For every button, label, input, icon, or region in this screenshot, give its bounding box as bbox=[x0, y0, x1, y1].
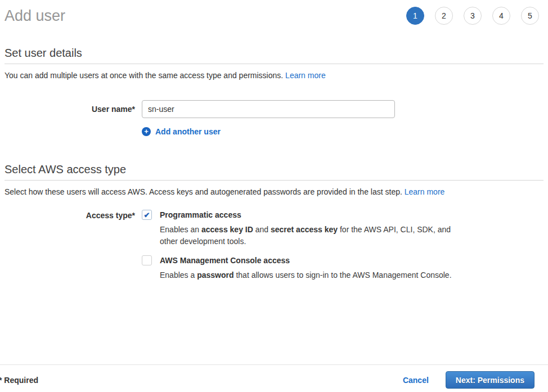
check-icon: ✔ bbox=[144, 211, 150, 219]
add-another-user-row: + Add another user bbox=[5, 127, 543, 136]
access-type-heading: Select AWS access type bbox=[5, 163, 543, 180]
add-another-user-label: Add another user bbox=[155, 127, 221, 136]
cancel-button[interactable]: Cancel bbox=[403, 376, 429, 385]
user-details-heading: Set user details bbox=[5, 46, 543, 64]
access-type-intro: Select how these users will access AWS. … bbox=[5, 187, 543, 196]
programmatic-access-checkbox[interactable]: ✔ bbox=[142, 210, 152, 220]
user-name-input[interactable] bbox=[142, 100, 395, 118]
desc-text: Enables an bbox=[160, 225, 201, 234]
console-access-description: Enables a password that allows users to … bbox=[160, 269, 452, 281]
step-4: 4 bbox=[492, 7, 510, 25]
option-content: Programmatic access Enables an access ke… bbox=[160, 210, 453, 247]
page-title: Add user bbox=[5, 6, 65, 26]
programmatic-access-title: Programmatic access bbox=[160, 210, 453, 220]
section-user-details: Set user details You can add multiple us… bbox=[0, 46, 548, 136]
section-divider bbox=[5, 64, 543, 64]
desc-text: and bbox=[253, 225, 271, 234]
option-content: AWS Management Console access Enables a … bbox=[160, 255, 452, 281]
desc-text: that allows users to sign-in to the AWS … bbox=[234, 271, 452, 280]
user-name-label: User name* bbox=[5, 105, 135, 114]
step-1: 1 bbox=[406, 7, 424, 25]
programmatic-access-description: Enables an access key ID and secret acce… bbox=[160, 224, 453, 247]
user-details-intro: You can add multiple users at once with … bbox=[5, 71, 543, 80]
add-another-user-link[interactable]: + Add another user bbox=[142, 127, 221, 136]
access-type-label: Access type* bbox=[5, 210, 135, 289]
option-console-access: AWS Management Console access Enables a … bbox=[142, 255, 543, 281]
console-access-checkbox[interactable] bbox=[142, 255, 152, 265]
add-user-page: Add user 1 2 3 4 5 Set user details You … bbox=[0, 0, 548, 392]
step-2: 2 bbox=[435, 7, 453, 25]
step-3: 3 bbox=[464, 7, 482, 25]
step-5: 5 bbox=[521, 7, 539, 25]
section-divider bbox=[5, 180, 543, 181]
user-name-row: User name* bbox=[5, 100, 543, 118]
console-access-title: AWS Management Console access bbox=[160, 255, 452, 266]
option-programmatic-access: ✔ Programmatic access Enables an access … bbox=[142, 210, 543, 247]
next-permissions-button[interactable]: Next: Permissions bbox=[446, 371, 534, 389]
access-type-learn-more-link[interactable]: Learn more bbox=[405, 187, 445, 196]
access-type-intro-text: Select how these users will access AWS. … bbox=[5, 187, 402, 196]
required-note: * Required bbox=[0, 376, 38, 385]
desc-bold: access key ID bbox=[201, 225, 253, 234]
section-access-type: Select AWS access type Select how these … bbox=[0, 163, 548, 289]
access-type-options: ✔ Programmatic access Enables an access … bbox=[142, 210, 543, 289]
desc-bold: password bbox=[197, 271, 233, 280]
page-header: Add user 1 2 3 4 5 bbox=[0, 0, 548, 26]
access-type-row: Access type* ✔ Programmatic access Enabl… bbox=[5, 210, 543, 289]
plus-circle-icon: + bbox=[142, 127, 151, 136]
desc-bold: secret access key bbox=[271, 225, 338, 234]
user-details-learn-more-link[interactable]: Learn more bbox=[285, 71, 326, 80]
user-details-intro-text: You can add multiple users at once with … bbox=[5, 71, 283, 80]
step-indicator: 1 2 3 4 5 bbox=[406, 7, 539, 25]
desc-text: Enables a bbox=[160, 271, 197, 280]
wizard-footer: * Required Cancel Next: Permissions bbox=[0, 364, 548, 392]
